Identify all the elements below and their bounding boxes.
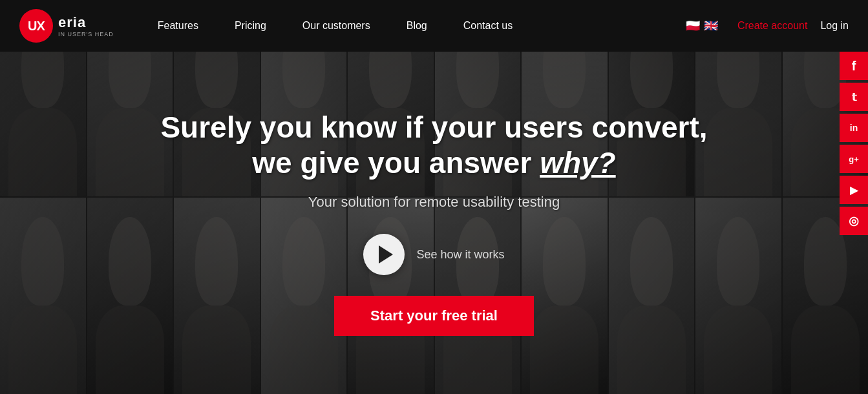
flag-icons: 🇵🇱 🇬🇧 xyxy=(686,19,718,33)
logo-sub: IN USER'S HEAD xyxy=(58,31,114,37)
hero-subheadline: Your solution for remote usability testi… xyxy=(308,194,560,211)
googleplus-button[interactable]: g+ xyxy=(840,145,868,173)
logo-circle: UX xyxy=(19,9,53,43)
nav-features[interactable]: Features xyxy=(140,20,217,32)
nav-pricing[interactable]: Pricing xyxy=(217,20,284,32)
facebook-button[interactable]: f xyxy=(840,52,868,80)
nav-our-customers[interactable]: Our customers xyxy=(284,20,388,32)
logo-eria: eria xyxy=(58,14,114,31)
instagram-icon: ◎ xyxy=(849,214,859,228)
nav-right: 🇵🇱 🇬🇧 Create account Log in xyxy=(686,19,849,33)
cta-button[interactable]: Start your free trial xyxy=(334,296,534,336)
googleplus-icon: g+ xyxy=(849,154,859,164)
twitter-button[interactable]: 𝕥 xyxy=(840,83,868,111)
create-account-button[interactable]: Create account xyxy=(737,20,808,32)
hero-section: Surely you know if your users convert, w… xyxy=(0,0,868,394)
hero-headline: Surely you know if your users convert, w… xyxy=(160,110,707,181)
nav-blog[interactable]: Blog xyxy=(388,20,445,32)
logo-ux: UX xyxy=(28,19,45,34)
play-icon xyxy=(379,245,393,264)
linkedin-icon: in xyxy=(850,123,858,133)
login-button[interactable]: Log in xyxy=(820,20,849,32)
hero-content: Surely you know if your users convert, w… xyxy=(0,52,868,394)
play-button[interactable] xyxy=(363,234,405,275)
nav-links: Features Pricing Our customers Blog Cont… xyxy=(140,20,686,32)
youtube-icon: ▶ xyxy=(850,184,858,196)
twitter-icon: 𝕥 xyxy=(852,91,856,103)
navbar: UX eria IN USER'S HEAD Features Pricing … xyxy=(0,0,868,52)
logo[interactable]: UX eria IN USER'S HEAD xyxy=(19,9,114,43)
flag-pl-icon[interactable]: 🇵🇱 xyxy=(686,19,700,33)
youtube-button[interactable]: ▶ xyxy=(840,176,868,204)
nav-contact-us[interactable]: Contact us xyxy=(445,20,531,32)
headline-line1: Surely you know if your users convert, xyxy=(160,110,707,144)
see-how-label: See how it works xyxy=(416,248,504,262)
headline-why: why? xyxy=(540,146,616,180)
flag-uk-icon[interactable]: 🇬🇧 xyxy=(704,19,718,33)
instagram-button[interactable]: ◎ xyxy=(840,207,868,235)
social-sidebar: f 𝕥 in g+ ▶ ◎ xyxy=(840,52,868,235)
video-row: See how it works xyxy=(363,234,504,275)
linkedin-button[interactable]: in xyxy=(840,114,868,142)
facebook-icon: f xyxy=(852,59,856,74)
logo-text: eria IN USER'S HEAD xyxy=(58,14,114,37)
headline-line2-pre: we give you answer xyxy=(252,146,540,180)
